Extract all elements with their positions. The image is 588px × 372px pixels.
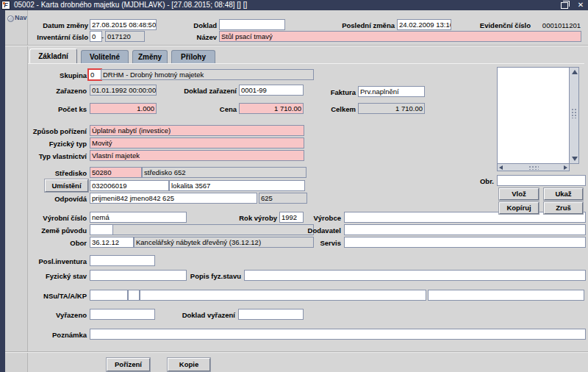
poznamka-label: Poznámka: [19, 330, 87, 340]
doklad-zarazeni-label: Doklad zařazení: [169, 86, 237, 96]
restore-window-icon[interactable]: [561, 2, 568, 9]
rok-vyroby-label: Rok výroby: [220, 213, 277, 223]
nsu-label: NSu/TA/A/KP: [19, 291, 87, 301]
zpusob-porizeni-field[interactable]: Úplatné nabytí (investice): [90, 125, 304, 136]
vloz-button[interactable]: Vlož: [499, 188, 539, 200]
posledni-zmena-label: Poslední změna: [327, 21, 395, 30]
fyzicky-stav-field[interactable]: [90, 270, 187, 281]
scroll-up-icon[interactable]: [572, 70, 578, 74]
scroll-left-icon[interactable]: [499, 165, 503, 170]
stredisko-code-field[interactable]: 50280: [90, 167, 142, 178]
app-window: F 05002 - Karta drobného majetku (MJDHLA…: [0, 0, 588, 372]
zeme-puvodu-code-field[interactable]: [90, 224, 113, 235]
obr-field[interactable]: [497, 175, 586, 186]
dodavatel-label: Dodavatel: [279, 226, 341, 235]
posl-inventura-field[interactable]: [90, 255, 155, 266]
porizeni-button[interactable]: Pořízení: [107, 358, 150, 371]
typ-vlastnictvi-label: Typ vlastnictví: [19, 151, 87, 161]
inventarni-cislo-separator: -: [101, 32, 104, 42]
image-horizontal-scrollbar[interactable]: [497, 163, 570, 171]
cena-label: Cena: [184, 104, 237, 114]
popis-fyz-stavu-label: Popis fyz.stavu: [176, 271, 241, 281]
poznamka-field[interactable]: [90, 329, 586, 340]
vyrazeno-label: Vyřazeno: [19, 310, 87, 320]
scrollbar-grip-icon: [528, 165, 539, 170]
tab-zmeny[interactable]: Změny: [132, 50, 168, 63]
posledni-zmena-field: 24.02.2009 13:16: [397, 19, 451, 30]
close-window-icon[interactable]: ✕: [576, 0, 585, 10]
umisteni-code-field[interactable]: 032006019: [90, 180, 169, 191]
ukaz-button[interactable]: Ukaž: [544, 188, 583, 200]
nsu-field-3[interactable]: [140, 290, 426, 301]
pocet-ks-label: Počet ks: [19, 104, 87, 114]
servis-label: Servis: [279, 238, 341, 248]
odpovida-label: Odpovídá: [19, 194, 87, 204]
zpusob-porizeni-label: Způsob pořízení: [19, 126, 87, 136]
evidencni-cislo-label: Evidenční číslo: [463, 21, 531, 30]
doklad-label: Doklad: [158, 21, 217, 30]
nsu-field-2[interactable]: [128, 290, 140, 301]
image-vertical-scrollbar[interactable]: [569, 67, 579, 164]
zarazeno-field: 01.01.1992 00:00:00: [90, 85, 157, 96]
doklad-vyrazeni-label: Doklad vyřazení: [169, 310, 235, 320]
odpovida-code-field: 625: [259, 193, 307, 204]
servis-field[interactable]: [344, 237, 586, 248]
evidencni-cislo-value: 0001011201: [534, 21, 581, 30]
vyrobni-cislo-field[interactable]: nemá: [90, 212, 187, 223]
celkem-field: 1 710.00: [358, 103, 425, 114]
faktura-label: Faktura: [294, 87, 356, 97]
datum-zmeny-label: Datum změny: [21, 21, 88, 30]
nazev-label: Název: [158, 32, 217, 42]
obor-code-field[interactable]: 36.12.12: [90, 237, 134, 248]
fyzicky-typ-field[interactable]: Movitý: [90, 137, 304, 149]
nsu-field-4[interactable]: [428, 290, 584, 301]
image-preview-box: [497, 67, 570, 164]
skupina-code-field[interactable]: 0: [87, 68, 102, 81]
window-title: 05002 - Karta drobného majetku (MJDHLAVK…: [14, 1, 247, 10]
tab-zakladni[interactable]: Základní: [29, 49, 77, 63]
typ-vlastnictvi-field[interactable]: Vlastní majetek: [90, 150, 304, 161]
nsu-field-1[interactable]: [90, 290, 128, 301]
umisteni-desc-field[interactable]: lokalita 3567: [169, 180, 305, 191]
nav-radio-icon[interactable]: [7, 15, 14, 22]
umisteni-button[interactable]: Umístění: [45, 179, 88, 192]
skupina-label: Skupina: [19, 71, 87, 80]
vyrobni-cislo-label: Výrobní číslo: [19, 213, 87, 223]
dodavatel-field[interactable]: [344, 224, 586, 235]
pocet-ks-field[interactable]: 1.000: [90, 103, 157, 114]
nav-rail: [0, 10, 5, 372]
titlebar: F 05002 - Karta drobného majetku (MJDHLA…: [0, 0, 588, 10]
faktura-field[interactable]: Prv.naplnění: [358, 86, 425, 97]
zarazeno-label: Zařazeno: [19, 86, 87, 96]
posl-inventura-label: Posl.inventura: [19, 257, 87, 266]
stredisko-desc-field: středisko 652: [142, 167, 306, 178]
inventarni-cislo-label: Inventární číslo: [21, 32, 88, 42]
scroll-down-icon[interactable]: [572, 157, 578, 161]
kopie-button[interactable]: Kopie: [168, 358, 210, 371]
zrus-button[interactable]: Zruš: [544, 202, 583, 214]
obor-label: Obor: [19, 238, 87, 248]
vyrazeno-field[interactable]: [90, 309, 155, 320]
doklad-vyrazeni-field[interactable]: [238, 309, 304, 320]
fyzicky-typ-label: Fyzický typ: [19, 139, 87, 149]
doklad-field[interactable]: [219, 19, 285, 30]
datum-zmeny-field[interactable]: 27.08.2015 08:48:50: [90, 19, 157, 30]
kopiruj-button[interactable]: Kopíruj: [499, 202, 539, 214]
obr-label: Obr.: [441, 176, 494, 186]
zeme-puvodu-label: Země původu: [19, 226, 87, 235]
fyzicky-stav-label: Fyzický stav: [19, 271, 87, 281]
stredisko-label: Středisko: [19, 168, 87, 178]
nazev-field[interactable]: Stůl psací tmavý: [219, 31, 581, 42]
vyrobce-label: Výrobce: [279, 213, 341, 223]
tab-volitelne[interactable]: Volitelné: [81, 50, 129, 63]
tab-prilohy[interactable]: Přílohy: [171, 50, 215, 63]
skupina-desc-field: DRHM - Drobný hmotný majetek: [101, 69, 314, 80]
scroll-right-icon[interactable]: [564, 165, 567, 170]
tab-panel-edge: [28, 63, 584, 64]
inventarni-cislo-field: 017120: [105, 31, 145, 42]
odpovida-field[interactable]: prijmeni842 jmeno842 625: [90, 193, 257, 204]
scrollbar-grip-icon: [571, 108, 578, 118]
popis-fyz-stavu-field[interactable]: [244, 270, 586, 281]
celkem-label: Celkem: [294, 104, 356, 114]
inventarni-cislo-prefix-field[interactable]: 0: [90, 31, 102, 42]
